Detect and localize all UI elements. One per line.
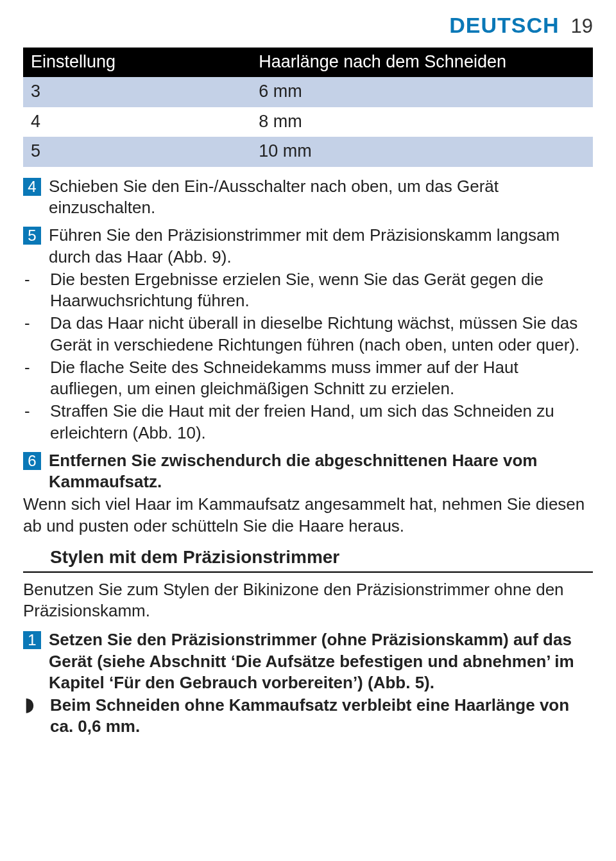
table-cell-length: 8 mm <box>251 107 593 137</box>
table-cell-length: 10 mm <box>251 137 593 167</box>
tips-list: - Die besten Ergebnisse erzielen Sie, we… <box>23 269 593 444</box>
step-text: Setzen Sie den Präzisionstrimmer (ohne P… <box>49 629 593 693</box>
step-text: Entfernen Sie zwischendurch die abgeschn… <box>49 450 593 493</box>
table-row: 5 10 mm <box>23 137 593 167</box>
d-bullet-icon: ◗ <box>23 695 50 714</box>
step-number-badge: 5 <box>23 227 41 245</box>
list-item: - Die flache Seite des Schneidekamms mus… <box>23 357 593 400</box>
note: ◗ Beim Schneiden ohne Kammaufsatz verble… <box>23 695 593 738</box>
subheading-container: Stylen mit dem Präzisionstrimmer <box>23 546 593 573</box>
list-item-text: Straffen Sie die Haut mit der freien Han… <box>50 401 593 444</box>
list-item: - Die besten Ergebnisse erzielen Sie, we… <box>23 269 593 312</box>
step-text: Führen Sie den Präzisionstrimmer mit dem… <box>49 225 593 268</box>
page-header: DEUTSCH 19 <box>23 12 593 40</box>
table-header-setting: Einstellung <box>23 48 251 78</box>
list-item-text: Die besten Ergebnisse erzielen Sie, wenn… <box>50 269 593 312</box>
step-1: 1 Setzen Sie den Präzisionstrimmer (ohne… <box>23 629 593 693</box>
subheading: Stylen mit dem Präzisionstrimmer <box>50 546 593 569</box>
page: DEUTSCH 19 Einstellung Haarlänge nach de… <box>0 0 616 757</box>
dash-icon: - <box>23 401 50 422</box>
step-text: Schieben Sie den Ein-/Ausschalter nach o… <box>49 176 593 219</box>
table-cell-setting: 4 <box>23 107 251 137</box>
table-header-length: Haarlänge nach dem Schneiden <box>251 48 593 78</box>
settings-table: Einstellung Haarlänge nach dem Schneiden… <box>23 48 593 167</box>
step-number-badge: 4 <box>23 178 41 196</box>
note-text: Beim Schneiden ohne Kammaufsatz verbleib… <box>50 695 593 738</box>
step-number-badge: 6 <box>23 452 41 470</box>
list-item: - Straffen Sie die Haut mit der freien H… <box>23 401 593 444</box>
step-6: 6 Entfernen Sie zwischendurch die abgesc… <box>23 450 593 493</box>
section-intro: Benutzen Sie zum Stylen der Bikinizone d… <box>23 579 593 622</box>
table-header-row: Einstellung Haarlänge nach dem Schneiden <box>23 48 593 78</box>
table-cell-setting: 5 <box>23 137 251 167</box>
step-4: 4 Schieben Sie den Ein-/Ausschalter nach… <box>23 176 593 219</box>
list-item-text: Die flache Seite des Schneidekamms muss … <box>50 357 593 400</box>
dash-icon: - <box>23 357 50 378</box>
list-item-text: Da das Haar nicht überall in dieselbe Ri… <box>50 313 593 356</box>
table-cell-length: 6 mm <box>251 77 593 107</box>
step-6-followup: Wenn sich viel Haar im Kammaufsatz anges… <box>23 494 593 537</box>
table-cell-setting: 3 <box>23 77 251 107</box>
dash-icon: - <box>23 313 50 334</box>
table-row: 3 6 mm <box>23 77 593 107</box>
header-page-number: 19 <box>571 13 593 39</box>
header-language: DEUTSCH <box>449 12 559 40</box>
step-5: 5 Führen Sie den Präzisionstrimmer mit d… <box>23 225 593 268</box>
dash-icon: - <box>23 269 50 290</box>
step-number-badge: 1 <box>23 631 41 649</box>
list-item: - Da das Haar nicht überall in dieselbe … <box>23 313 593 356</box>
table-row: 4 8 mm <box>23 107 593 137</box>
